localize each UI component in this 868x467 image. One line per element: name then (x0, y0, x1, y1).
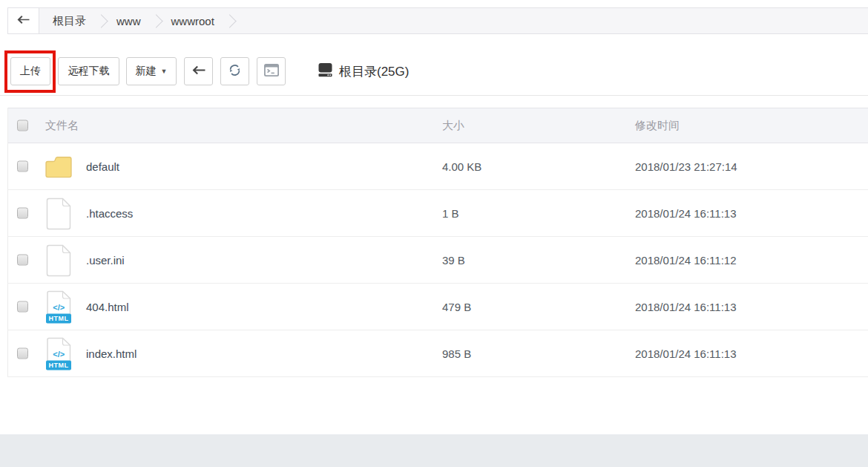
back-arrow-icon (192, 65, 206, 77)
table-row[interactable]: </> HTML index.html 985 B 2018/01/24 16:… (8, 330, 868, 377)
breadcrumb-back-button[interactable] (8, 8, 39, 33)
chevron-right-icon (94, 14, 108, 27)
column-header-name: 文件名 (45, 119, 79, 133)
refresh-button[interactable] (220, 57, 249, 85)
file-mtime: 2018/01/23 21:27:14 (635, 160, 737, 173)
code-glyph: </> (53, 350, 65, 359)
file-size: 4.00 KB (442, 160, 481, 173)
table-row[interactable]: </> HTML 404.html 479 B 2018/01/24 16:11… (8, 284, 868, 330)
file-name[interactable]: index.html (86, 347, 137, 360)
file-size: 1 B (442, 207, 459, 220)
file-icon (42, 237, 75, 284)
file-name[interactable]: default (86, 160, 119, 173)
file-mtime: 2018/01/24 16:11:13 (635, 207, 737, 220)
select-all-checkbox[interactable] (17, 120, 28, 131)
file-mtime: 2018/01/24 16:11:12 (635, 254, 737, 267)
html-file-icon: </> HTML (42, 330, 75, 377)
file-size: 985 B (442, 347, 471, 360)
table-row[interactable]: default 4.00 KB 2018/01/23 21:27:14 (8, 143, 868, 190)
toolbar-divider (0, 95, 868, 96)
row-checkbox[interactable] (17, 161, 28, 172)
back-arrow-icon (17, 14, 30, 27)
remote-download-button[interactable]: 远程下载 (58, 57, 119, 85)
disk-usage[interactable]: 根目录(25G) (318, 62, 409, 80)
disk-label: 根目录(25G) (339, 63, 409, 80)
upload-button[interactable]: 上传 (10, 57, 50, 85)
html-file-icon: </> HTML (42, 284, 75, 330)
column-header-size: 大小 (442, 119, 464, 133)
folder-icon (42, 143, 75, 190)
table-header: 文件名 大小 修改时间 (8, 108, 868, 143)
html-badge-label: HTML (49, 315, 69, 322)
file-size: 479 B (442, 301, 471, 313)
table-row[interactable]: .user.ini 39 B 2018/01/24 16:11:12 (8, 237, 868, 284)
chevron-right-icon (149, 14, 162, 27)
breadcrumb: 根目录 www wwwroot (7, 7, 868, 34)
file-table: 文件名 大小 修改时间 default 4.00 KB 2018/01/23 2… (7, 108, 868, 377)
file-manager-page: 根目录 www wwwroot 上传 远程下载 新建 ▼ (0, 0, 868, 467)
file-icon (42, 190, 75, 237)
new-button-label: 新建 (136, 65, 157, 78)
new-dropdown-button[interactable]: 新建 ▼ (126, 57, 177, 85)
breadcrumb-item-wwwroot[interactable]: wwwroot (171, 15, 214, 27)
code-glyph: </> (53, 303, 65, 312)
chevron-down-icon: ▼ (161, 68, 168, 75)
file-mtime: 2018/01/24 16:11:13 (635, 347, 737, 360)
file-size: 39 B (442, 254, 465, 267)
terminal-button[interactable] (257, 57, 286, 85)
row-checkbox[interactable] (17, 255, 28, 266)
html-badge-label: HTML (49, 362, 69, 369)
breadcrumb-item-root[interactable]: 根目录 (53, 14, 86, 28)
column-header-mtime: 修改时间 (635, 119, 680, 133)
footer-bar (0, 434, 868, 467)
file-name[interactable]: .htaccess (86, 207, 133, 220)
hard-drive-icon (318, 62, 333, 80)
table-row[interactable]: .htaccess 1 B 2018/01/24 16:11:13 (8, 190, 868, 237)
file-name[interactable]: 404.html (86, 301, 129, 313)
breadcrumb-item-www[interactable]: www (116, 15, 141, 27)
go-back-button[interactable] (184, 57, 213, 85)
row-checkbox[interactable] (17, 348, 28, 359)
row-checkbox[interactable] (17, 208, 28, 219)
refresh-icon (228, 63, 242, 79)
terminal-icon (263, 63, 280, 79)
row-checkbox[interactable] (17, 301, 28, 313)
chevron-right-icon (223, 14, 236, 27)
file-name[interactable]: .user.ini (86, 254, 125, 267)
file-mtime: 2018/01/24 16:11:13 (635, 301, 737, 313)
